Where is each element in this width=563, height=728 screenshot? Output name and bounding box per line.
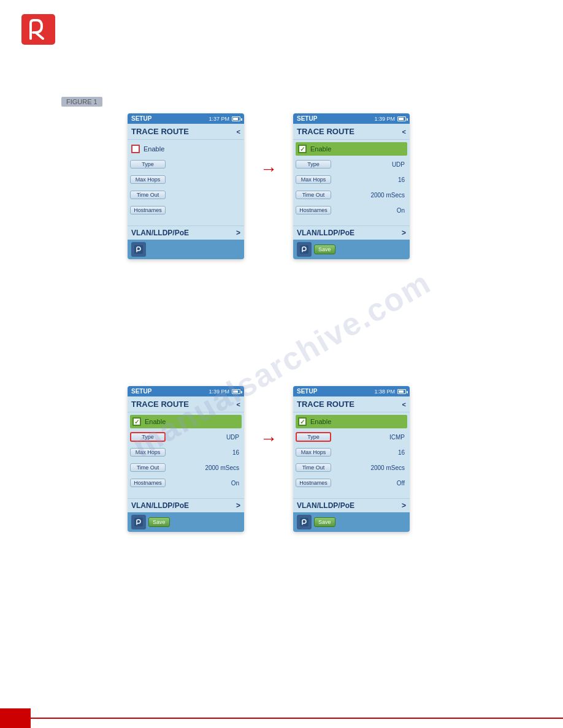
top-right-save-btn[interactable]: Save	[314, 245, 335, 254]
top-right-header-title: SETUP	[297, 115, 317, 122]
top-left-hostnames-btn[interactable]: Hostnames	[130, 206, 166, 214]
bottom-left-logo-btn[interactable]	[131, 515, 146, 529]
bottom-left-back-btn[interactable]: <	[237, 401, 240, 408]
top-right-header: SETUP 1:39 PM	[293, 113, 410, 124]
bottom-left-save-btn[interactable]: Save	[148, 517, 170, 527]
bottom-right-timeout-btn[interactable]: Time Out	[296, 463, 331, 472]
bottom-right-type-btn[interactable]: Type	[296, 432, 331, 442]
bottom-left-toolbar: Save	[128, 512, 244, 532]
company-logo	[18, 11, 61, 48]
bottom-left-nav-row[interactable]: VLAN/LLDP/PoE >	[128, 498, 244, 512]
top-left-enable-checkbox[interactable]	[131, 145, 140, 153]
bottom-right-save-btn[interactable]: Save	[314, 517, 335, 527]
top-right-enable-row: Enable	[296, 142, 407, 156]
top-right-time-battery: 1:39 PM	[374, 116, 406, 122]
bottom-right-enable-checkbox[interactable]	[298, 417, 307, 426]
bottom-left-type-row: Type UDP	[130, 430, 242, 444]
top-left-maxhops-btn[interactable]: Max Hops	[130, 175, 166, 184]
svg-rect-1	[134, 245, 143, 254]
top-left-timeout-btn[interactable]: Time Out	[130, 191, 166, 199]
svg-rect-0	[21, 14, 55, 45]
top-left-battery-icon	[232, 116, 240, 121]
top-left-time: 1:37 PM	[209, 116, 229, 122]
top-right-maxhops-value: 16	[331, 176, 407, 183]
bottom-right-hostnames-btn[interactable]: Hostnames	[296, 479, 331, 487]
top-left-back-btn[interactable]: <	[237, 128, 240, 135]
top-right-type-row: Type UDP	[296, 157, 407, 171]
bottom-left-timeout-row: Time Out 2000 mSecs	[130, 461, 242, 474]
bottom-right-maxhops-btn[interactable]: Max Hops	[296, 448, 331, 457]
bottom-left-hostnames-btn[interactable]: Hostnames	[130, 479, 166, 487]
bottom-left-hostnames-row: Hostnames On	[130, 476, 242, 490]
top-left-toolbar	[128, 240, 244, 259]
footer-bar	[0, 708, 563, 728]
top-right-type-value: UDP	[331, 161, 407, 168]
top-right-hostnames-row: Hostnames On	[296, 203, 407, 217]
top-right-nav-label: VLAN/LLDP/PoE	[297, 229, 354, 237]
watermark: manualsarchive.com	[0, 0, 563, 728]
bottom-right-enable-label: Enable	[310, 418, 331, 425]
top-right-screen-title: TRACE ROUTE	[297, 127, 354, 136]
bottom-right-form-area: Enable Type ICMP Max Hops 16 Time Out 20…	[293, 412, 410, 494]
top-left-header: SETUP 1:37 PM	[128, 113, 244, 124]
bottom-right-header-title: SETUP	[297, 388, 317, 395]
top-left-title-row: TRACE ROUTE <	[128, 124, 244, 140]
top-left-form-area: Enable Type Max Hops Time Out Hostnames	[128, 140, 244, 221]
bottom-left-maxhops-btn[interactable]: Max Hops	[130, 448, 166, 457]
bottom-right-maxhops-row: Max Hops 16	[296, 446, 407, 459]
top-right-nav-arrow: >	[402, 229, 406, 237]
top-right-timeout-row: Time Out 2000 mSecs	[296, 188, 407, 202]
bottom-right-screen: SETUP 1:38 PM TRACE ROUTE < Enable Type …	[293, 386, 410, 532]
bottom-left-enable-row: Enable	[130, 415, 242, 428]
bottom-left-title-row: TRACE ROUTE <	[128, 396, 244, 412]
top-left-logo-btn[interactable]	[131, 242, 146, 257]
svg-rect-4	[300, 518, 308, 526]
top-right-hostnames-btn[interactable]: Hostnames	[296, 206, 331, 214]
bottom-left-type-btn[interactable]: Type	[130, 432, 166, 442]
bottom-left-nav-arrow: >	[236, 501, 240, 510]
bottom-right-back-btn[interactable]: <	[402, 401, 406, 408]
bottom-left-nav-label: VLAN/LLDP/PoE	[131, 501, 189, 510]
top-left-timeout-row: Time Out	[130, 188, 242, 202]
top-arrow: →	[250, 159, 287, 179]
top-right-timeout-btn[interactable]: Time Out	[296, 191, 331, 199]
top-right-type-btn[interactable]: Type	[296, 160, 331, 169]
top-right-enable-label: Enable	[310, 145, 331, 153]
top-right-timeout-value: 2000 mSecs	[331, 192, 407, 199]
bottom-right-nav-label: VLAN/LLDP/PoE	[297, 501, 354, 510]
bottom-left-screen-title: TRACE ROUTE	[131, 400, 189, 409]
top-left-nav-arrow: >	[236, 229, 240, 237]
bottom-right-time-battery: 1:38 PM	[374, 389, 406, 395]
top-right-nav-row[interactable]: VLAN/LLDP/PoE >	[293, 226, 410, 240]
top-right-time: 1:39 PM	[374, 116, 395, 122]
bottom-right-hostnames-row: Hostnames Off	[296, 476, 407, 490]
bottom-left-header: SETUP 1:39 PM	[128, 386, 244, 396]
top-right-hostnames-value: On	[331, 207, 407, 214]
bottom-left-maxhops-row: Max Hops 16	[130, 446, 242, 459]
top-left-header-title: SETUP	[131, 115, 151, 122]
top-right-toolbar: Save	[293, 240, 410, 259]
bottom-left-form-area: Enable Type UDP Max Hops 16 Time Out 200…	[128, 412, 244, 494]
top-left-nav-label: VLAN/LLDP/PoE	[131, 229, 189, 237]
bottom-right-toolbar: Save	[293, 512, 410, 532]
top-right-enable-checkbox[interactable]	[298, 145, 307, 153]
top-right-maxhops-btn[interactable]: Max Hops	[296, 175, 331, 184]
top-right-title-row: TRACE ROUTE <	[293, 124, 410, 140]
bottom-left-timeout-btn[interactable]: Time Out	[130, 463, 166, 472]
bottom-left-time: 1:39 PM	[209, 389, 229, 395]
bottom-right-battery-icon	[397, 389, 406, 394]
section-label: FIGURE 1	[61, 97, 102, 107]
top-left-screen: SETUP 1:37 PM TRACE ROUTE < Enable Type …	[128, 113, 244, 259]
bottom-left-enable-checkbox[interactable]	[132, 417, 141, 426]
bottom-right-hostnames-value: Off	[331, 480, 407, 487]
bottom-right-timeout-value: 2000 mSecs	[331, 464, 407, 471]
bottom-right-nav-row[interactable]: VLAN/LLDP/PoE >	[293, 498, 410, 512]
bottom-arrow-icon: →	[260, 429, 277, 449]
top-left-nav-row[interactable]: VLAN/LLDP/PoE >	[128, 226, 244, 240]
top-left-type-btn[interactable]: Type	[130, 160, 166, 169]
bottom-right-logo-btn[interactable]	[297, 515, 312, 529]
top-right-logo-btn[interactable]	[297, 242, 312, 257]
top-left-enable-row: Enable	[130, 142, 242, 156]
top-right-back-btn[interactable]: <	[402, 128, 406, 135]
top-left-time-battery: 1:37 PM	[209, 116, 240, 122]
